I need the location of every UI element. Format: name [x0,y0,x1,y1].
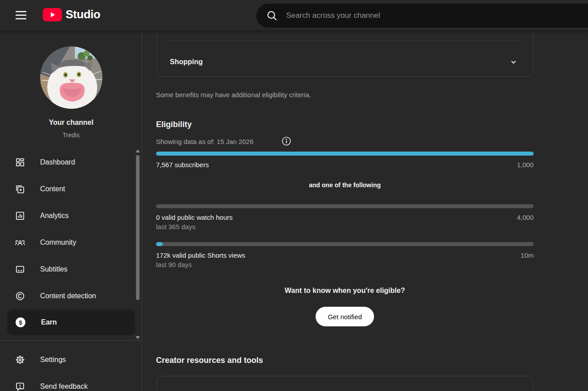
sidebar-item-content-detection[interactable]: Content detection [7,283,135,309]
shopping-section-label: Shopping [170,58,203,66]
sidebar-item-label: Send feedback [40,383,88,391]
requirement-sublabel: last 365 days [156,223,534,230]
card-divider [170,41,521,41]
creator-resources-title: Creator resources and tools [156,356,263,365]
youtube-play-icon [43,8,62,21]
logo-text: Studio [66,8,100,21]
your-channel-label: Your channel [0,119,142,127]
data-as-of: Showing data as of: 15 Jan 2026 [156,138,254,145]
sidebar-item-label: Earn [41,318,57,326]
sidebar-item-label: Dashboard [40,158,75,166]
content-icon [15,184,25,194]
sidebar-item-subtitles[interactable]: Subtitles [7,256,135,282]
sidebar-item-settings[interactable]: Settings [7,347,135,373]
sidebar-item-dashboard[interactable]: Dashboard [7,149,135,175]
sidebar-divider [0,340,142,341]
requirement-shorts-views: 172k valid public Shorts views 10m last … [156,242,534,268]
sidebar-item-analytics[interactable]: Analytics [7,203,135,229]
main-content: Shopping Some benefits may have addition… [142,30,588,391]
youtube-studio-logo[interactable]: Studio [43,8,100,21]
sidebar-item-earn[interactable]: $ Earn [7,309,135,335]
search-input[interactable] [286,11,554,20]
requirement-watch-hours: 0 valid public watch hours 4,000 last 36… [156,204,534,230]
sidebar-item-label: Analytics [40,212,69,220]
sidebar-item-label: Content detection [40,292,96,300]
top-bar: Studio [0,0,588,30]
cta-question: Want to know when you're eligible? [156,287,534,295]
sidebar: Your channel Tredis Dashboard Content [0,30,142,391]
svg-text:$: $ [19,319,22,326]
scrollbar-thumb[interactable] [136,155,140,300]
get-notified-button[interactable]: Get notified [316,307,374,326]
sidebar-item-send-feedback[interactable]: Send feedback [7,374,135,391]
youtube-studio-app: Studio [0,0,588,391]
sidebar-item-content[interactable]: Content [7,176,135,202]
progress-bar-track [156,204,534,208]
dashboard-icon [15,157,25,168]
eligibility-note: Some benefits may have additional eligib… [156,91,311,99]
eligibility-title: Eligibility [156,120,192,129]
progress-bar-track [156,152,534,156]
progress-bar-track [156,242,534,246]
data-as-of-text: Showing data as of: 15 Jan 2026 [156,138,254,145]
requirement-subscribers: 7,567 subscribers 1,000 [156,152,534,169]
requirement-target: 10m [521,251,534,259]
requirement-label: 7,567 subscribers [156,161,209,169]
sidebar-item-community[interactable]: Community [7,230,135,255]
requirement-label: 0 valid public watch hours [156,214,233,221]
requirement-target: 4,000 [517,214,534,221]
scrollbar-up-arrow[interactable] [136,149,140,152]
requirement-sublabel: last 90 days [156,261,534,268]
copyright-icon [15,291,25,301]
dollar-icon: $ [15,317,26,328]
info-icon[interactable] [281,136,292,146]
community-icon [15,237,25,248]
chevron-down-icon[interactable] [508,57,519,67]
scrollbar-down-arrow[interactable] [136,336,140,339]
sidebar-item-label: Subtitles [40,265,67,273]
analytics-icon [15,210,25,221]
requirement-target: 1,000 [517,161,534,169]
search-bar[interactable] [256,4,588,28]
gear-icon [15,354,25,365]
shopping-section-row[interactable]: Shopping [170,56,509,68]
progress-bar-fill [156,152,534,156]
requirement-label: 172k valid public Shorts views [156,251,245,259]
creator-resources-card [156,376,533,391]
feedback-icon [15,381,25,391]
search-icon [266,10,278,21]
sidebar-item-label: Content [40,185,65,193]
sidebar-item-label: Settings [40,356,66,364]
shopping-card: Shopping [156,30,533,77]
channel-name: Tredis [0,132,142,139]
hamburger-menu-icon[interactable] [13,8,29,22]
sidebar-item-label: Community [40,239,76,247]
connector-text: and one of the following [156,181,534,189]
subtitles-icon [15,264,25,275]
progress-bar-fill [156,242,163,246]
channel-avatar[interactable] [40,46,103,109]
